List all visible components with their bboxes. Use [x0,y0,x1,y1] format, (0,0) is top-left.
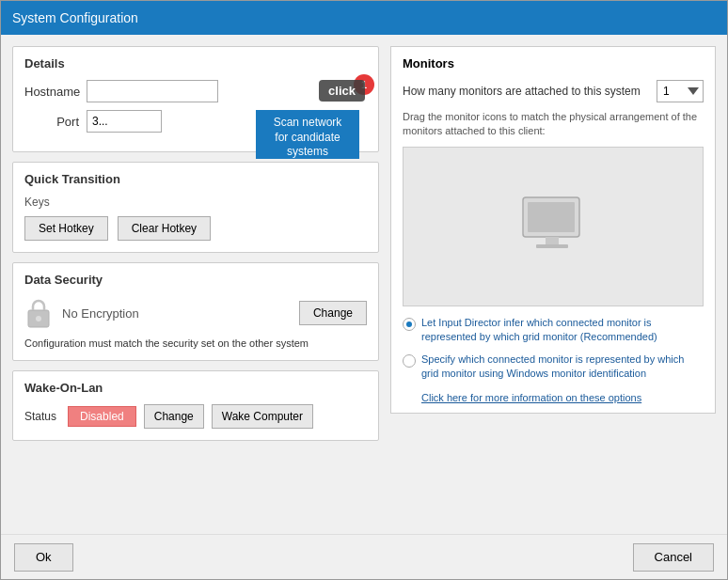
monitor-count-select[interactable]: 1 2 3 4 [657,80,704,102]
details-section: Details Hostname Port 1 [12,46,379,152]
left-panel: Details Hostname Port 1 [12,46,379,523]
window-title: System Configuration [12,10,138,25]
details-title: Details [24,56,367,71]
svg-point-1 [36,316,41,321]
encryption-row: No Encryption Change [24,296,367,330]
encryption-label: No Encryption [62,306,299,321]
port-label: Port [24,115,79,129]
hotkey-row: Set Hotkey Clear Hotkey [24,216,367,241]
monitor-option-1: Let Input Director infer which connected… [403,316,704,345]
hostname-input[interactable] [87,80,218,102]
svg-rect-4 [546,237,559,244]
monitor-option-1-text: Let Input Director infer which connected… [421,316,704,345]
monitor-option-2: Specify which connected monitor is repre… [403,353,704,382]
title-bar: System Configuration [1,1,727,35]
wake-change-button[interactable]: Change [144,404,204,429]
data-security-change-button[interactable]: Change [299,301,367,325]
radio-option-1[interactable] [403,318,416,331]
wake-status-badge: Disabled [68,406,136,427]
monitor-count-label: How many monitors are attached to this s… [403,85,657,98]
radio-option-2[interactable] [403,354,416,368]
monitor-option-2-text: Specify which connected monitor is repre… [421,353,704,382]
system-configuration-window: System Configuration Details Hostname Po… [0,0,728,580]
more-info-link[interactable]: Click here for more information on these… [421,392,704,403]
wake-status-label: Status [24,410,56,423]
cancel-button[interactable]: Cancel [633,543,714,572]
monitor-count-row: How many monitors are attached to this s… [403,80,704,102]
content-area: Details Hostname Port 1 [1,35,727,534]
wake-on-lan-title: Wake-On-Lan [24,381,367,395]
scan-network-button[interactable]: Scan network for candidate systems [256,110,359,159]
quick-transition-title: Quick Transition [24,172,367,186]
monitors-section: Monitors How many monitors are attached … [390,46,716,414]
hostname-label: Hostname [24,85,79,99]
port-input[interactable] [87,110,162,133]
data-security-title: Data Security [24,273,367,287]
monitor-icon [515,194,591,259]
ok-button[interactable]: Ok [14,543,73,572]
keys-label: Keys [24,196,367,209]
quick-transition-section: Quick Transition Keys Set Hotkey Clear H… [12,162,379,253]
security-note: Configuration must match the security se… [24,337,367,349]
badge-number: 1 [354,74,374,95]
monitors-title: Monitors [403,56,704,71]
hostname-row: Hostname [24,80,359,102]
right-panel: Monitors How many monitors are attached … [390,46,716,523]
footer: Ok Cancel [1,534,727,579]
data-security-section: Data Security No Encryption Change Confi… [12,262,379,361]
set-hotkey-button[interactable]: Set Hotkey [24,216,108,241]
monitor-options: Let Input Director infer which connected… [403,316,704,404]
wake-computer-button[interactable]: Wake Computer [212,404,313,429]
monitor-canvas [403,147,704,306]
wake-on-lan-section: Wake-On-Lan Status Disabled Change Wake … [12,370,379,441]
wake-row: Status Disabled Change Wake Computer [24,404,367,429]
svg-rect-5 [536,244,568,248]
monitor-drag-label: Drag the monitor icons to match the phys… [403,110,704,139]
svg-rect-3 [528,202,575,232]
lock-icon [24,296,53,330]
clear-hotkey-button[interactable]: Clear Hotkey [118,216,211,241]
